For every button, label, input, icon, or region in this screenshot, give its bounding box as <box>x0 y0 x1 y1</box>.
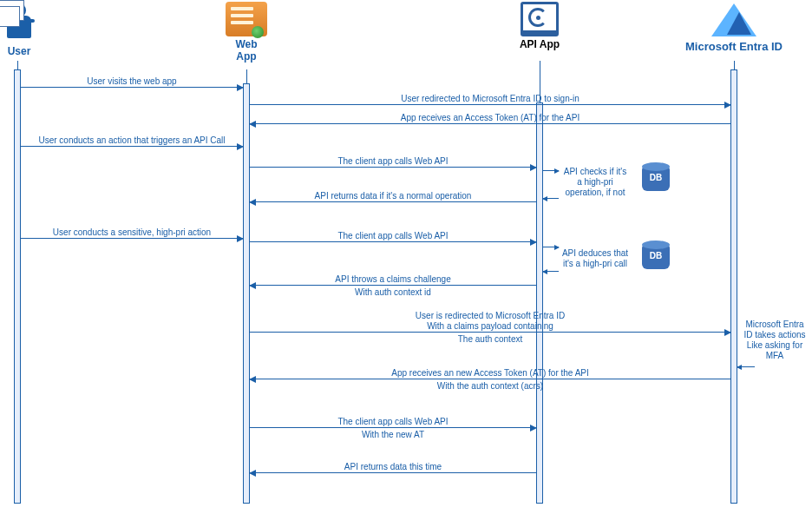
activation-user <box>14 69 21 504</box>
self-arrow-out-1 <box>543 170 559 171</box>
database-icon-1: DB <box>642 167 670 191</box>
msg-sensitive-action: User conducts a sensitive, high-pri acti… <box>21 238 243 239</box>
api-icon <box>521 2 559 36</box>
msg-call-webapi-2: The client app calls Web API <box>250 241 536 242</box>
msg-call-webapi-3: The client app calls Web API With the ne… <box>250 427 536 428</box>
msg-redirect-authcontext: User is redirected to Microsoft Entra ID… <box>250 332 730 333</box>
note-check-highpri: API checks if it's a high-pri operation,… <box>555 167 635 198</box>
msg-return-data: API returns data this time <box>250 472 536 473</box>
activation-api <box>536 102 543 504</box>
windows-icon <box>0 0 24 21</box>
participant-entra-label: Microsoft Entra ID <box>665 40 803 53</box>
participant-user: User <box>0 2 71 57</box>
self-arrow-out-2 <box>543 247 559 247</box>
participant-api: API App <box>488 2 592 50</box>
note-entra-mfa: Microsoft Entra ID takes actions Like as… <box>739 320 810 361</box>
participant-webapp: Web App <box>194 2 298 63</box>
msg-return-normal: API returns data if it's a normal operat… <box>250 201 536 202</box>
msg-receive-at: App receives an Access Token (AT) for th… <box>250 123 730 124</box>
msg-call-webapi-1: The client app calls Web API <box>250 167 536 168</box>
participant-webapp-label: Web App <box>194 38 298 63</box>
msg-redirect-signin: User redirected to Microsoft Entra ID to… <box>250 104 730 105</box>
participant-entra: Microsoft Entra ID <box>665 0 803 53</box>
database-icon-2: DB <box>642 245 670 269</box>
msg-visit-webapp: User visits the web app <box>21 87 243 88</box>
msg-claims-challenge: API throws a claims challenge With auth … <box>250 285 536 286</box>
self-arrow-in-2 <box>543 271 559 272</box>
activation-webapp <box>243 83 250 504</box>
participant-api-label: API App <box>488 38 592 50</box>
entra-icon <box>711 0 756 38</box>
self-arrow-entra <box>737 366 755 367</box>
msg-new-at: App receives an new Access Token (AT) fo… <box>250 379 730 379</box>
note-deduce-highpri: API deduces that it's a high-pri call <box>555 248 635 269</box>
participant-user-label: User <box>0 45 71 57</box>
msg-trigger-apicall: User conducts an action that triggers an… <box>21 146 243 147</box>
server-icon <box>226 2 267 36</box>
activation-entra <box>730 69 737 504</box>
self-arrow-in-1 <box>543 198 559 199</box>
